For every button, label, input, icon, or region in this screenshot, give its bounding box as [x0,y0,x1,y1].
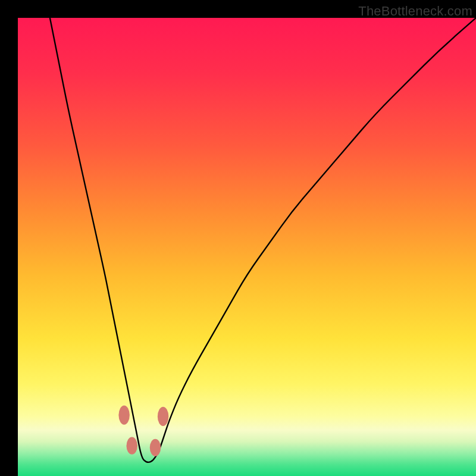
curve-layer [18,18,476,476]
plot-area [18,18,476,476]
curve-markers [118,405,168,456]
right-upper-blob [158,407,168,426]
v-curve-path [50,18,476,462]
watermark-text: TheBottleneck.com [358,4,472,19]
chart-frame: TheBottleneck.com [0,0,476,476]
right-lower-blob [150,439,161,456]
left-lower-blob [126,437,137,455]
left-upper-blob [118,405,129,424]
